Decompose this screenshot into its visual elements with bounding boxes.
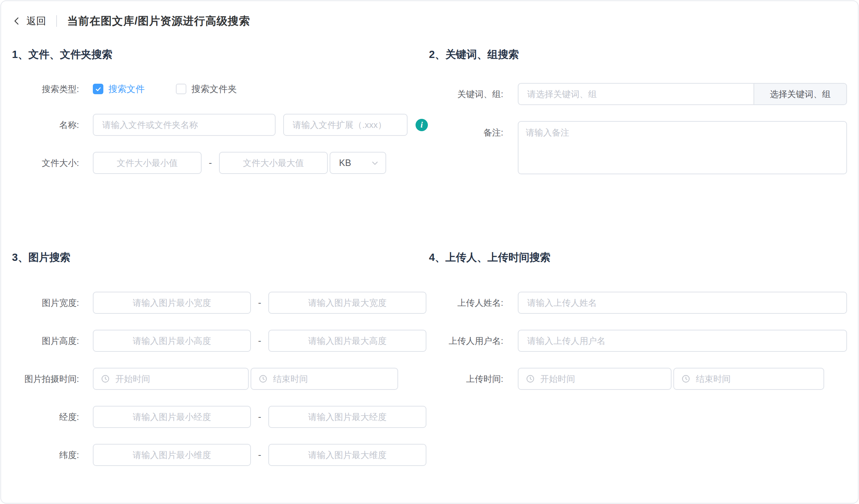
name-label: 名称: bbox=[12, 119, 79, 131]
keyword-input-group: 选择关键词、组 bbox=[518, 83, 847, 105]
image-width-max-input[interactable] bbox=[268, 292, 426, 314]
range-dash: - bbox=[257, 297, 262, 308]
latitude-min-input[interactable] bbox=[93, 444, 251, 466]
end-time-placeholder: 结束时间 bbox=[696, 373, 731, 385]
section1-title: 1、文件、文件夹搜索 bbox=[12, 47, 429, 62]
capture-time-label: 图片拍摄时间: bbox=[12, 373, 79, 385]
start-time-placeholder: 开始时间 bbox=[115, 373, 150, 385]
checkbox-search-file[interactable]: 搜索文件 bbox=[93, 83, 145, 95]
divider bbox=[56, 15, 57, 27]
keyword-label: 关键词、组: bbox=[429, 88, 503, 100]
chevron-down-icon bbox=[371, 159, 379, 167]
clock-icon bbox=[101, 374, 110, 383]
upload-time-row: 上传时间: 开始时间 结束时间 bbox=[429, 368, 847, 390]
file-size-max-input[interactable] bbox=[219, 152, 328, 174]
file-size-label: 文件大小: bbox=[12, 157, 79, 169]
file-size-min-input[interactable] bbox=[93, 152, 202, 174]
section-file-search: 1、文件、文件夹搜索 搜索类型: 搜索文件 搜索文件夹 名称: i bbox=[12, 41, 429, 248]
clock-icon bbox=[259, 374, 268, 383]
latitude-max-input[interactable] bbox=[268, 444, 426, 466]
uploader-name-label: 上传人姓名: bbox=[429, 297, 503, 309]
upload-end-time-picker[interactable]: 结束时间 bbox=[673, 368, 824, 390]
section-image-search: 3、图片搜索 图片宽度: - 图片高度: - 图片拍摄时间: 开 bbox=[12, 248, 429, 482]
advanced-search-panel: 返回 当前在图文库/图片资源进行高级搜索 1、文件、文件夹搜索 搜索类型: 搜索… bbox=[0, 0, 859, 504]
info-icon[interactable]: i bbox=[416, 119, 428, 131]
checkbox-file-label: 搜索文件 bbox=[108, 83, 145, 95]
chevron-left-icon bbox=[12, 16, 21, 26]
clock-icon bbox=[681, 374, 690, 383]
range-dash: - bbox=[208, 157, 212, 168]
clock-icon bbox=[526, 374, 535, 383]
file-name-input[interactable] bbox=[93, 114, 276, 136]
range-dash: - bbox=[257, 411, 262, 422]
checkbox-unchecked-icon bbox=[176, 84, 186, 94]
image-height-label: 图片高度: bbox=[12, 335, 79, 347]
end-time-placeholder: 结束时间 bbox=[273, 373, 308, 385]
checkbox-folder-label: 搜索文件夹 bbox=[191, 83, 237, 95]
latitude-label: 纬度: bbox=[12, 449, 79, 461]
section4-title: 4、上传人、上传时间搜索 bbox=[429, 250, 847, 265]
longitude-min-input[interactable] bbox=[93, 406, 251, 428]
image-height-max-input[interactable] bbox=[268, 330, 426, 352]
top-bar: 返回 当前在图文库/图片资源进行高级搜索 bbox=[12, 1, 847, 41]
range-dash: - bbox=[257, 449, 262, 461]
keyword-input[interactable] bbox=[518, 83, 753, 105]
size-unit-value: KB bbox=[339, 158, 351, 168]
note-label: 备注: bbox=[429, 127, 503, 138]
longitude-max-input[interactable] bbox=[268, 406, 426, 428]
uploader-name-input[interactable] bbox=[518, 292, 847, 314]
range-dash: - bbox=[257, 335, 262, 346]
file-size-row: 文件大小: - KB bbox=[12, 152, 429, 174]
section3-title: 3、图片搜索 bbox=[12, 250, 429, 265]
capture-start-time-picker[interactable]: 开始时间 bbox=[93, 368, 249, 390]
uploader-username-row: 上传人用户名: bbox=[429, 330, 847, 352]
image-width-row: 图片宽度: - bbox=[12, 292, 429, 314]
start-time-placeholder: 开始时间 bbox=[540, 373, 575, 385]
page-title: 当前在图文库/图片资源进行高级搜索 bbox=[67, 14, 250, 29]
capture-time-row: 图片拍摄时间: 开始时间 结束时间 bbox=[12, 368, 429, 390]
uploader-name-row: 上传人姓名: bbox=[429, 292, 847, 314]
name-row: 名称: i bbox=[12, 114, 429, 136]
uploader-username-label: 上传人用户名: bbox=[429, 335, 503, 347]
longitude-row: 经度: - bbox=[12, 406, 429, 428]
latitude-row: 纬度: - bbox=[12, 444, 429, 466]
section-uploader-search: 4、上传人、上传时间搜索 上传人姓名: 上传人用户名: 上传时间: 开始时间 bbox=[429, 248, 847, 482]
longitude-label: 经度: bbox=[12, 411, 79, 423]
size-unit-select[interactable]: KB bbox=[330, 152, 386, 174]
upload-start-time-picker[interactable]: 开始时间 bbox=[518, 368, 672, 390]
file-extension-input[interactable] bbox=[283, 114, 408, 136]
back-button[interactable]: 返回 bbox=[12, 14, 46, 28]
image-width-min-input[interactable] bbox=[93, 292, 251, 314]
uploader-username-input[interactable] bbox=[518, 330, 847, 352]
upload-time-label: 上传时间: bbox=[429, 373, 503, 385]
checkbox-search-folder[interactable]: 搜索文件夹 bbox=[176, 83, 237, 95]
section-keyword-search: 2、关键词、组搜索 关键词、组: 选择关键词、组 备注: bbox=[429, 41, 847, 248]
image-height-row: 图片高度: - bbox=[12, 330, 429, 352]
search-type-row: 搜索类型: 搜索文件 搜索文件夹 bbox=[12, 83, 429, 95]
note-textarea[interactable] bbox=[518, 121, 847, 174]
select-keyword-button[interactable]: 选择关键词、组 bbox=[753, 83, 847, 105]
checkbox-checked-icon bbox=[93, 84, 103, 94]
back-label: 返回 bbox=[26, 14, 46, 28]
image-width-label: 图片宽度: bbox=[12, 297, 79, 309]
capture-end-time-picker[interactable]: 结束时间 bbox=[251, 368, 398, 390]
section2-title: 2、关键词、组搜索 bbox=[429, 47, 847, 62]
image-height-min-input[interactable] bbox=[93, 330, 251, 352]
search-type-label: 搜索类型: bbox=[12, 83, 79, 95]
note-row: 备注: bbox=[429, 121, 847, 174]
keyword-row: 关键词、组: 选择关键词、组 bbox=[429, 83, 847, 105]
